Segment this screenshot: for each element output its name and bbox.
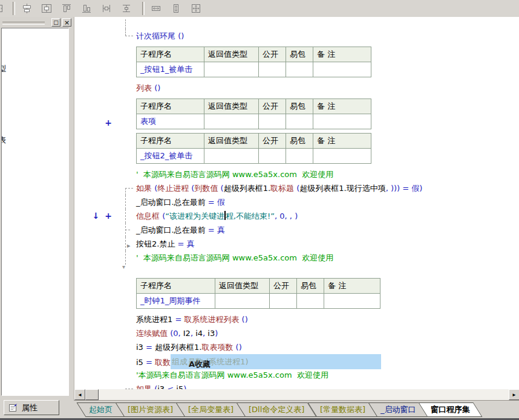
table-cell[interactable]: _按钮1_被单击 xyxy=(137,62,204,77)
code-segment: () xyxy=(242,315,248,324)
code-line[interactable]: i3 = 超级列表框1.取表项数 () xyxy=(74,340,519,354)
code-text: i5 = 取数组成员数 (系统进程1)A收藏 xyxy=(136,354,381,369)
code-line[interactable]: 计次循环尾 () xyxy=(74,29,519,43)
code-line[interactable]: '本源码来自易语言源码网 www.e5a5x.com 欢迎使用 xyxy=(74,368,519,382)
code-segment: , xyxy=(178,329,183,338)
code-line[interactable]: 如果 (i3 < i5) xyxy=(74,382,519,389)
list-item[interactable]: 型 xyxy=(1,63,6,74)
panel-drag-grip[interactable] xyxy=(2,22,45,25)
table-cell[interactable] xyxy=(286,62,313,77)
table-cell[interactable] xyxy=(215,294,270,309)
list-item[interactable]: 表 xyxy=(1,135,6,146)
table-cell[interactable] xyxy=(286,149,313,164)
code-line[interactable]: ↓+信息框 (“该进程为关键进程,不能结束!”, 0, , ) xyxy=(74,209,519,223)
code-segment: 到数值 xyxy=(194,184,220,193)
fold-expand-icon[interactable]: + xyxy=(105,116,112,129)
space-evenly-vertical-icon[interactable] xyxy=(119,1,134,16)
code-line[interactable]: i5 = 取数组成员数 (系统进程1)A收藏 xyxy=(74,354,519,368)
table-cell[interactable] xyxy=(286,114,313,129)
code-line[interactable]: ' 本源码来自易语言源码网 www.e5a5x.com 欢迎使用 xyxy=(74,251,519,265)
table-cell[interactable] xyxy=(259,62,286,77)
table-cell[interactable] xyxy=(204,149,259,164)
code-line[interactable]: _启动窗口.总在最前 = 假 xyxy=(74,195,519,209)
same-height-icon[interactable] xyxy=(168,1,184,16)
code-segment: _启动窗口.总在最前 xyxy=(136,225,208,234)
table-cell[interactable] xyxy=(324,294,380,309)
align-center-vertical-icon[interactable] xyxy=(19,1,34,16)
space-evenly-horizontal-icon[interactable] xyxy=(99,1,114,16)
tree-end-row: ▾ xyxy=(74,265,519,274)
code-segment: 超级列表框1. xyxy=(224,184,270,193)
code-segment: 取标题 xyxy=(270,184,296,193)
horizontal-scrollbar[interactable]: ◄ ► xyxy=(74,389,519,400)
table-header-cell: 子程序名 xyxy=(137,279,215,294)
code-editor: 计次循环尾 ()子程序名返回值类型公开易包备 注_按钮1_被单击列表 ()+子程… xyxy=(74,17,519,400)
table-cell[interactable] xyxy=(204,114,259,129)
align-top-icon[interactable] xyxy=(59,1,74,16)
tab-label: 窗口程序集 xyxy=(431,403,470,416)
table-cell[interactable] xyxy=(313,114,371,129)
code-line[interactable]: ▸按钮2.禁止 = 真 xyxy=(74,237,519,251)
fold-expand-icon[interactable]: + xyxy=(105,209,112,223)
scrollbar-thumb[interactable] xyxy=(85,389,99,400)
align-bottom-icon[interactable] xyxy=(79,1,94,16)
code-line[interactable]: ' 本源码来自易语言源码网 www.e5a5x.com 欢迎使用 xyxy=(74,167,519,181)
code-segment: ) xyxy=(215,329,218,338)
code-line[interactable]: 如果 (终止进程 (到数值 (超级列表框1.取标题 (超级列表框1.现行选中项,… xyxy=(74,181,519,195)
clipped-icon[interactable] xyxy=(0,1,8,16)
code-segment: 如果 xyxy=(136,184,154,193)
panel-titlebar[interactable]: □ × xyxy=(0,17,74,28)
code-line[interactable]: _启动窗口.总在最前 = 真 xyxy=(74,223,519,237)
maximize-icon[interactable]: □ xyxy=(51,18,60,27)
code-segment: = xyxy=(175,315,184,324)
center-in-window-icon[interactable] xyxy=(39,1,54,16)
code-segment: i5 xyxy=(176,384,183,389)
component-list[interactable]: 型表 xyxy=(1,28,69,396)
properties-button[interactable]: 属性 xyxy=(4,400,59,415)
table-cell[interactable]: 表项 xyxy=(137,114,204,129)
tree-spacer xyxy=(120,47,136,77)
code-line[interactable]: 列表 () xyxy=(74,81,519,95)
code-text: 列表 () xyxy=(136,81,160,95)
table-cell[interactable] xyxy=(204,62,259,77)
table-cell[interactable] xyxy=(297,294,324,309)
table-header-cell: 返回值类型 xyxy=(215,279,270,294)
scroll-left-icon[interactable]: ◄ xyxy=(74,389,85,400)
table-header-cell: 公开 xyxy=(259,134,286,149)
drag-selection-overlay: 组成员数 (系统进程1)A收藏 xyxy=(171,354,381,369)
table-cell[interactable]: _按钮2_被单击 xyxy=(137,149,204,164)
table-cell[interactable]: _时钟1_周期事件 xyxy=(137,294,215,309)
bottom-tab[interactable]: [图片资源表] xyxy=(116,402,186,417)
tab-label: [图片资源表] xyxy=(128,403,173,416)
tree-line xyxy=(120,195,136,209)
tree-spacer xyxy=(120,340,136,354)
scrollbar-track[interactable] xyxy=(99,389,509,400)
table-cell[interactable] xyxy=(313,149,371,164)
code-segment: = xyxy=(208,198,217,207)
same-width-icon[interactable] xyxy=(148,1,164,16)
table-cell[interactable] xyxy=(313,62,371,77)
tree-spacer xyxy=(120,326,136,340)
subroutine-table-row: 子程序名返回值类型公开易包备 注_按钮2_被单击 xyxy=(74,133,519,164)
tree-spacer xyxy=(120,368,136,382)
code-line[interactable]: 系统进程1 = 取系统进程列表 () xyxy=(74,312,519,326)
table-cell[interactable] xyxy=(270,294,297,309)
tab-label: [Dll命令定义表] xyxy=(249,403,304,416)
tree-spacer xyxy=(120,99,136,129)
bottom-tab[interactable]: 窗口程序集 xyxy=(419,402,483,417)
scroll-right-icon[interactable]: ► xyxy=(509,389,519,400)
bottom-tab[interactable]: [常量数据表] xyxy=(307,402,377,417)
table-header-cell: 返回值类型 xyxy=(204,47,259,62)
same-size-icon[interactable] xyxy=(188,1,204,16)
tree-spacer xyxy=(120,167,136,181)
tab-label: [全局变量表] xyxy=(188,403,233,416)
close-icon[interactable]: × xyxy=(62,18,71,27)
bottom-tab[interactable]: [全局变量表] xyxy=(176,402,246,417)
table-row: _按钮2_被单击 xyxy=(137,149,371,164)
bottom-tab[interactable]: [Dll命令定义表] xyxy=(237,402,317,417)
table-cell[interactable] xyxy=(259,149,286,164)
jump-marker-icon[interactable]: ↓ xyxy=(93,209,100,223)
table-cell[interactable] xyxy=(259,114,286,129)
code-line[interactable]: 连续赋值 (0, I2, i4, i3) xyxy=(74,326,519,340)
code-area[interactable]: 计次循环尾 ()子程序名返回值类型公开易包备 注_按钮1_被单击列表 ()+子程… xyxy=(74,17,519,389)
